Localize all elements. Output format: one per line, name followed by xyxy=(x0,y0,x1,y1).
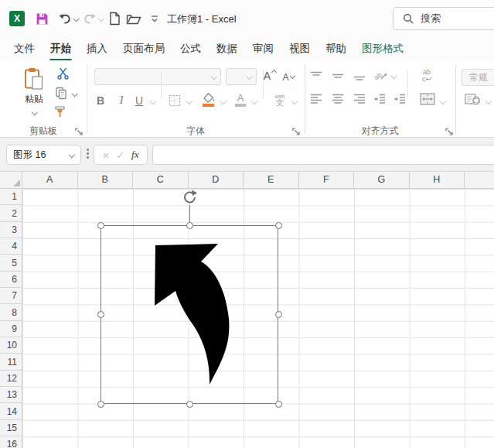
search-box[interactable]: 搜索 xyxy=(393,7,494,30)
ribbon-tab-3[interactable]: 插入 xyxy=(79,38,115,60)
selection-handle-top-right[interactable] xyxy=(275,222,282,229)
bold-button[interactable]: B xyxy=(94,93,107,108)
row-header-8[interactable]: 8 xyxy=(0,304,22,320)
phonetic-guide-button[interactable]: wén 文 xyxy=(272,91,288,108)
column-header-B[interactable]: B xyxy=(78,172,134,188)
selection-handle-bottom-center[interactable] xyxy=(186,401,193,408)
row-header-6[interactable]: 6 xyxy=(0,272,22,288)
rotate-handle[interactable] xyxy=(182,189,198,205)
selection-handle-top-center[interactable] xyxy=(186,222,193,229)
grow-font-button[interactable]: A xyxy=(261,68,278,84)
formula-bar-grip[interactable] xyxy=(87,149,89,159)
column-header-G[interactable]: G xyxy=(354,172,410,188)
row-header-5[interactable]: 5 xyxy=(0,255,22,271)
decrease-indent-button[interactable] xyxy=(373,93,387,105)
redo-dropdown-icon[interactable] xyxy=(97,15,104,22)
open-folder-icon[interactable] xyxy=(126,11,141,26)
save-icon[interactable] xyxy=(34,11,49,26)
column-header-H[interactable]: H xyxy=(410,172,465,188)
fill-color-dropdown-icon[interactable] xyxy=(220,98,226,104)
accounting-format-button[interactable] xyxy=(464,91,481,107)
row-header-11[interactable]: 11 xyxy=(0,354,22,370)
column-header-E[interactable]: E xyxy=(244,172,299,188)
selection-handle-top-left[interactable] xyxy=(97,222,104,229)
shrink-font-button[interactable]: A xyxy=(280,70,297,85)
align-center-button[interactable] xyxy=(331,93,345,105)
align-middle-button[interactable] xyxy=(331,70,345,82)
align-right-button[interactable] xyxy=(353,93,366,105)
ribbon-tab-1[interactable]: 文件 xyxy=(6,38,43,60)
borders-dropdown-icon[interactable] xyxy=(186,98,192,104)
formula-input[interactable] xyxy=(152,145,494,165)
paste-button[interactable]: 粘贴 xyxy=(15,65,53,124)
align-left-button[interactable] xyxy=(309,93,323,105)
merge-center-button[interactable] xyxy=(419,91,436,107)
fill-color-button[interactable] xyxy=(201,91,216,108)
font-dialog-launcher-icon[interactable] xyxy=(292,125,302,135)
selection-handle-middle-left[interactable] xyxy=(97,311,104,318)
font-size-combo[interactable] xyxy=(226,68,257,85)
ribbon-tab-8[interactable]: 视图 xyxy=(281,38,318,60)
number-format-combo[interactable]: 常规 xyxy=(462,69,494,86)
ribbon-tab-2[interactable]: 开始 xyxy=(43,38,79,60)
merge-dropdown-icon[interactable] xyxy=(439,98,445,104)
select-all-corner[interactable] xyxy=(0,172,22,189)
insert-function-button[interactable]: fx xyxy=(131,149,138,161)
row-header-7[interactable]: 7 xyxy=(0,288,22,304)
accounting-dropdown-icon[interactable] xyxy=(485,98,491,104)
undo-dropdown-icon[interactable] xyxy=(73,15,79,22)
row-header-14[interactable]: 14 xyxy=(0,403,22,419)
ribbon-tab-4[interactable]: 页面布局 xyxy=(115,38,172,60)
selection-handle-bottom-left[interactable] xyxy=(97,401,104,408)
phonetic-dropdown-icon[interactable] xyxy=(291,98,297,104)
column-header-D[interactable]: D xyxy=(189,172,244,188)
column-header-A[interactable]: A xyxy=(22,172,78,188)
orientation-button[interactable]: ab xyxy=(371,68,388,84)
enter-button[interactable]: ✓ xyxy=(116,149,124,161)
italic-button[interactable]: I xyxy=(115,93,128,108)
selection-handle-bottom-right[interactable] xyxy=(275,401,282,408)
column-header-C[interactable]: C xyxy=(133,172,189,188)
name-box[interactable]: 图形 16 xyxy=(6,145,81,165)
borders-button[interactable] xyxy=(167,93,182,108)
row-header-2[interactable]: 2 xyxy=(0,205,22,221)
wrap-text-button[interactable]: ab c↩ xyxy=(417,67,436,85)
column-header-F[interactable]: F xyxy=(299,172,355,188)
row-header-4[interactable]: 4 xyxy=(0,238,22,255)
row-header-1[interactable]: 1 xyxy=(0,189,22,205)
font-name-combo[interactable] xyxy=(94,68,221,85)
row-header-9[interactable]: 9 xyxy=(0,321,22,337)
row-header-13[interactable]: 13 xyxy=(0,387,22,403)
alignment-dialog-launcher-icon[interactable] xyxy=(445,125,455,135)
align-bottom-button[interactable] xyxy=(353,70,366,82)
redo-icon[interactable] xyxy=(82,11,97,26)
row-header-3[interactable]: 3 xyxy=(0,222,22,238)
new-file-icon[interactable] xyxy=(107,11,122,26)
clipboard-dialog-launcher-icon[interactable] xyxy=(75,125,84,135)
row-header-15[interactable]: 15 xyxy=(0,420,22,436)
copy-dropdown-icon[interactable] xyxy=(71,91,77,97)
align-top-button[interactable] xyxy=(309,70,323,82)
row-header-10[interactable]: 10 xyxy=(0,337,22,354)
orientation-dropdown-icon[interactable] xyxy=(390,73,397,79)
ribbon-tab-6[interactable]: 数据 xyxy=(209,38,245,60)
font-color-button[interactable]: A xyxy=(233,91,247,108)
row-header-12[interactable]: 12 xyxy=(0,371,22,387)
format-painter-button[interactable] xyxy=(53,104,68,118)
ribbon-tab-5[interactable]: 公式 xyxy=(172,38,209,60)
cancel-button[interactable]: × xyxy=(102,149,109,162)
underline-button[interactable]: U xyxy=(133,93,145,108)
underline-dropdown-icon[interactable] xyxy=(149,98,155,104)
ribbon-tab-9[interactable]: 帮助 xyxy=(318,38,354,60)
selection-handle-middle-right[interactable] xyxy=(275,311,282,318)
ribbon-tab-10[interactable]: 图形格式 xyxy=(354,38,411,60)
copy-button[interactable] xyxy=(54,86,68,100)
increase-indent-button[interactable] xyxy=(393,93,407,105)
column-header-partial[interactable] xyxy=(465,172,494,188)
undo-icon[interactable] xyxy=(57,11,73,26)
cut-button[interactable] xyxy=(56,67,70,80)
ribbon-tab-7[interactable]: 审阅 xyxy=(245,38,281,60)
row-header-16[interactable]: 16 xyxy=(0,436,22,448)
quick-access-overflow-icon[interactable] xyxy=(147,11,162,26)
font-color-dropdown-icon[interactable] xyxy=(250,98,257,104)
